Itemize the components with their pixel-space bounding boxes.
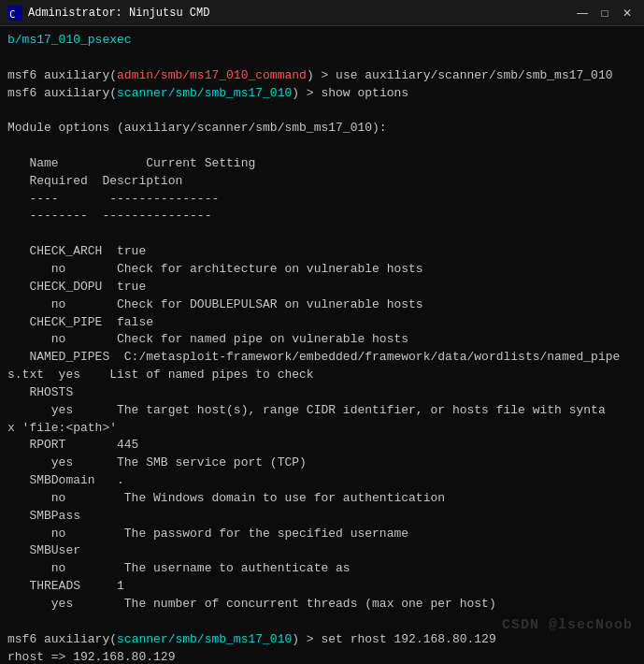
cmd-icon: C (7, 6, 22, 21)
terminal-line: x 'file:<path>' (7, 420, 637, 438)
maximize-button[interactable]: □ (595, 4, 614, 22)
terminal-line: no The Windows domain to use for authent… (7, 490, 637, 508)
terminal-line: msf6 auxiliary(admin/smb/ms17_010_comman… (7, 67, 637, 85)
watermark-text: CSDN @lsecNoob (502, 615, 633, 636)
terminal-line: Name Current Setting (7, 155, 637, 173)
terminal-line: yes The SMB service port (TCP) (7, 455, 637, 472)
terminal-line: no Check for DOUBLEPULSAR on vulnerable … (7, 296, 637, 314)
terminal-window: C Administrator: Ninjutsu CMD — □ ✕ b/ms… (0, 0, 644, 664)
terminal-line: yes The target host(s), range CIDR ident… (7, 402, 637, 420)
window-title: Administrator: Ninjutsu CMD (28, 7, 209, 20)
terminal-line (7, 225, 637, 243)
terminal-line: no Check for named pipe on vulnerable ho… (7, 331, 637, 349)
terminal-line: ---- --------------- (7, 191, 637, 209)
terminal-line (7, 50, 637, 67)
terminal-line: yes The number of concurrent threads (ma… (7, 596, 637, 613)
terminal-line: CHECK_DOPU true (7, 279, 637, 296)
title-bar: C Administrator: Ninjutsu CMD — □ ✕ (0, 0, 644, 26)
close-button[interactable]: ✕ (618, 4, 637, 22)
terminal-line (7, 102, 637, 120)
terminal-line: RHOSTS (7, 384, 637, 402)
title-bar-left: C Administrator: Ninjutsu CMD (7, 6, 209, 21)
terminal-line: -------- --------------- (7, 208, 637, 225)
terminal-line: Required Description (7, 173, 637, 191)
title-bar-controls: — □ ✕ (573, 4, 637, 22)
terminal-line: SMBUser (7, 542, 637, 560)
terminal-line: NAMED_PIPES C:/metasploit-framework/embe… (7, 349, 637, 367)
terminal-line: no The password for the specified userna… (7, 526, 637, 543)
terminal-line: SMBPass (7, 508, 637, 526)
terminal-line: CHECK_ARCH true (7, 243, 637, 261)
terminal-line: no Check for architecture on vulnerable … (7, 261, 637, 279)
svg-text:C: C (9, 8, 16, 21)
minimize-button[interactable]: — (573, 4, 592, 22)
terminal-line (7, 137, 637, 155)
terminal-line: RPORT 445 (7, 437, 637, 455)
terminal-line: msf6 auxiliary(scanner/smb/smb_ms17_010)… (7, 85, 637, 103)
terminal-line: s.txt yes List of named pipes to check (7, 367, 637, 384)
terminal-line: THREADS 1 (7, 578, 637, 596)
terminal-line: Module options (auxiliary/scanner/smb/sm… (7, 120, 637, 137)
terminal-body[interactable]: b/ms17_010_psexec msf6 auxiliary(admin/s… (0, 26, 644, 664)
terminal-line: rhost => 192.168.80.129 (7, 649, 637, 664)
terminal-line: SMBDomain . (7, 472, 637, 490)
terminal-line: no The username to authenticate as (7, 560, 637, 578)
terminal-line: b/ms17_010_psexec (7, 32, 637, 50)
terminal-line: CHECK_PIPE false (7, 314, 637, 332)
